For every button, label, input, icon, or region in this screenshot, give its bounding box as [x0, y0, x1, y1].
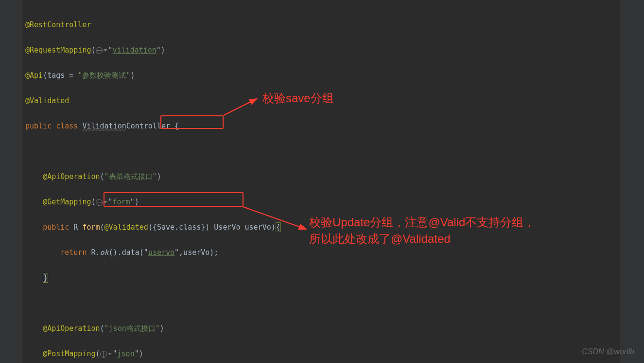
string-literal: "参数校验测试" — [78, 71, 130, 80]
globe-icon — [96, 199, 103, 206]
data-key: uservo — [148, 248, 174, 257]
annotation: @RequestMapping — [25, 46, 91, 54]
chevron-down-icon — [104, 49, 107, 52]
code-line[interactable]: @ApiOperation("json格式接口") — [25, 322, 522, 335]
expr: ,userVo); — [179, 248, 218, 257]
return-type: R — [73, 223, 78, 232]
code-line[interactable]: @PostMapping("json") — [25, 347, 522, 360]
string-literal: "表单格式接口" — [104, 172, 157, 181]
code-line[interactable]: @RestController — [25, 18, 522, 31]
annotation: @PostMapping — [43, 349, 95, 358]
keyword: public — [25, 122, 52, 130]
method-params: UserVo userVo) — [209, 223, 275, 232]
annotation: @RestController — [25, 20, 91, 29]
chevron-down-icon — [108, 353, 112, 355]
code-line[interactable]: public R form(@Validated({Save.class}) U… — [25, 221, 522, 234]
annotation: @Validated — [104, 223, 148, 232]
editor-gutter — [0, 0, 22, 363]
keyword: return — [60, 248, 87, 257]
globe-icon — [100, 351, 107, 358]
code-line[interactable]: return R.ok().data("uservo",userVo); — [25, 246, 522, 259]
method-name: form — [82, 223, 100, 232]
brace-match: } — [43, 273, 48, 283]
keyword: class — [56, 122, 78, 130]
editor-right-panel — [620, 0, 644, 363]
code-line[interactable]: } — [25, 272, 522, 284]
code-line[interactable]: @Api(tags = "参数校验测试") — [25, 69, 522, 82]
code-line[interactable] — [25, 297, 522, 309]
code-line[interactable] — [25, 145, 522, 158]
annotation: @ApiOperation — [43, 324, 100, 333]
code-editor[interactable]: @RestController @RequestMapping("vilidat… — [25, 6, 522, 363]
mapping-path: json — [117, 349, 135, 358]
code-line[interactable]: @GetMapping("form") — [25, 196, 522, 208]
code-line[interactable]: public class VilidationController { — [25, 120, 522, 132]
class-suffix: Controller { — [126, 122, 179, 130]
code-line[interactable]: @RequestMapping("vilidation") — [25, 44, 522, 56]
expr: ().data( — [109, 248, 144, 257]
annotation: @Validated — [25, 96, 69, 105]
code-line[interactable]: @ApiOperation("表单格式接口") — [25, 170, 522, 183]
watermark: CSDN @worilb — [582, 345, 634, 358]
validation-group: ({Save.class}) — [148, 223, 209, 232]
globe-icon — [96, 47, 103, 54]
annotation: @ApiOperation — [43, 172, 100, 181]
brace-match: { — [276, 222, 281, 232]
string-literal: "json格式接口" — [104, 324, 160, 333]
annotation: @GetMapping — [43, 198, 91, 206]
mapping-path: vilidation — [113, 46, 157, 54]
expr: R. — [91, 248, 100, 257]
chevron-down-icon — [104, 201, 107, 203]
keyword: public — [43, 223, 69, 232]
mapping-path: form — [113, 198, 130, 206]
class-name: Vilidation — [82, 122, 126, 130]
code-line[interactable]: @Validated — [25, 94, 522, 107]
method-call: ok — [100, 248, 109, 257]
annotation: @Api — [25, 71, 43, 80]
api-tags-attr: tags = — [47, 71, 78, 80]
